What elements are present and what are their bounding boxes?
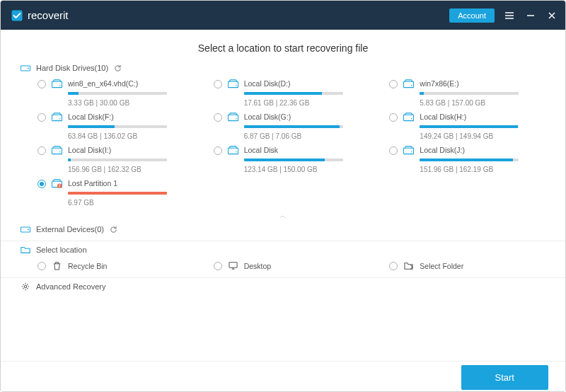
external-hdd-icon <box>21 225 30 234</box>
drive-radio[interactable] <box>214 113 222 122</box>
svg-point-6 <box>236 85 237 86</box>
location-label: Recycle Bin <box>68 262 107 270</box>
drive-radio[interactable] <box>389 80 398 88</box>
main-content: Select a location to start recovering fi… <box>1 30 565 361</box>
svg-rect-25 <box>229 263 237 267</box>
svg-rect-7 <box>404 81 414 87</box>
drive-size: 6.97 GB <box>68 199 194 207</box>
select-location-item[interactable]: Desktop <box>214 261 370 270</box>
drive-name: Lost Partition 1 <box>68 179 194 188</box>
drive-name: Local Disk(F:) <box>68 113 194 121</box>
usage-bar <box>244 92 343 95</box>
disk-icon <box>228 146 238 155</box>
collapse-toggle[interactable]: ︿ <box>21 211 545 221</box>
external-label: External Devices(0) <box>36 225 104 234</box>
usage-bar <box>244 158 343 161</box>
drive-item[interactable]: Local Disk(H:)149.24 GB | 149.94 GB <box>389 113 545 140</box>
page-title: Select a location to start recovering fi… <box>21 42 545 54</box>
drive-size: 156.96 GB | 162.32 GB <box>68 166 194 173</box>
drive-radio[interactable] <box>214 80 222 88</box>
start-button[interactable]: Start <box>461 365 548 390</box>
refresh-icon[interactable] <box>110 226 117 234</box>
svg-rect-15 <box>52 148 62 154</box>
drive-info: Local Disk(H:)149.24 GB | 149.94 GB <box>420 113 545 140</box>
menu-icon[interactable] <box>504 11 514 21</box>
svg-point-10 <box>59 118 61 120</box>
divider <box>1 277 565 278</box>
hard-disk-label: Hard Disk Drives(10) <box>36 64 108 72</box>
drive-info: Local Disk(J:)151.96 GB | 162.19 GB <box>420 146 545 173</box>
drive-item[interactable]: Local Disk(G:)6.87 GB | 7.06 GB <box>214 113 370 140</box>
usage-bar <box>68 192 167 195</box>
disk-icon <box>52 146 62 155</box>
drive-item[interactable]: Lost Partition 16.97 GB <box>37 179 194 207</box>
disk-icon <box>403 146 414 155</box>
usage-bar <box>420 125 519 128</box>
svg-point-26 <box>24 285 26 287</box>
drive-item[interactable]: Local Disk(I:)156.96 GB | 162.32 GB <box>37 146 194 173</box>
location-radio[interactable] <box>214 262 222 270</box>
drive-item[interactable]: Local Disk123.14 GB | 150.00 GB <box>214 146 370 173</box>
drive-info: Local Disk(G:)6.87 GB | 7.06 GB <box>244 113 370 140</box>
drive-info: Local Disk(F:)63.84 GB | 136.02 GB <box>68 113 194 140</box>
svg-rect-17 <box>228 148 238 154</box>
close-icon[interactable] <box>547 11 557 21</box>
drive-info: Local Disk(I:)156.96 GB | 162.32 GB <box>68 146 194 173</box>
account-button[interactable]: Account <box>449 8 495 23</box>
advanced-recovery-header[interactable]: Advanced Recovery <box>21 282 545 291</box>
drive-radio[interactable] <box>37 180 46 188</box>
location-label: Desktop <box>244 262 272 270</box>
drive-info: Local Disk(D:)17.61 GB | 22.36 GB <box>244 79 370 107</box>
advanced-label: Advanced Recovery <box>36 282 105 291</box>
drive-name: Local Disk(G:) <box>244 113 370 121</box>
usage-bar <box>420 158 519 161</box>
location-radio[interactable] <box>389 262 398 270</box>
gear-icon <box>21 282 30 291</box>
footer: Start <box>1 361 565 392</box>
drive-item[interactable]: win8_en_x64.vhd(C:)3.33 GB | 30.00 GB <box>37 79 194 107</box>
drive-radio[interactable] <box>214 146 222 155</box>
disk-icon <box>403 79 414 88</box>
drive-item[interactable]: Local Disk(J:)151.96 GB | 162.19 GB <box>389 146 545 173</box>
drive-radio[interactable] <box>37 113 46 122</box>
drive-size: 149.24 GB | 149.94 GB <box>420 132 545 140</box>
drive-radio[interactable] <box>389 113 398 122</box>
usage-bar <box>420 92 519 95</box>
select-location-label: Select location <box>36 246 87 254</box>
brand-text: recoverit <box>28 9 69 21</box>
drive-radio[interactable] <box>37 146 46 155</box>
disk-icon <box>228 113 238 122</box>
app-logo: recoverit <box>11 9 69 22</box>
location-radio[interactable] <box>37 262 46 270</box>
select-location-item[interactable]: Recycle Bin <box>37 261 194 270</box>
divider <box>1 241 565 241</box>
drive-grid: win8_en_x64.vhd(C:)3.33 GB | 30.00 GBLoc… <box>37 79 545 207</box>
folder-icon <box>21 246 30 254</box>
drive-item[interactable]: win7x86(E:)5.83 GB | 157.00 GB <box>389 79 545 107</box>
drive-name: win8_en_x64.vhd(C:) <box>68 79 194 88</box>
location-label: Select Folder <box>420 262 463 270</box>
svg-rect-13 <box>404 115 414 120</box>
drive-item[interactable]: Local Disk(F:)63.84 GB | 136.02 GB <box>37 113 194 140</box>
drive-radio[interactable] <box>389 146 398 155</box>
usage-bar <box>68 158 167 161</box>
lost-disk-icon <box>52 179 62 188</box>
logo-icon <box>11 9 23 22</box>
drive-name: Local Disk(H:) <box>420 113 545 121</box>
drive-name: Local Disk(I:) <box>68 146 194 154</box>
usage-bar <box>68 125 167 128</box>
drive-info: Local Disk123.14 GB | 150.00 GB <box>244 146 370 173</box>
drive-size: 6.87 GB | 7.06 GB <box>244 132 370 140</box>
disk-icon <box>403 113 414 122</box>
select-folder-icon <box>403 261 414 270</box>
external-section-header: External Devices(0) <box>21 225 545 234</box>
recycle-bin-icon <box>52 261 62 270</box>
drive-radio[interactable] <box>37 80 46 88</box>
svg-point-24 <box>28 229 29 231</box>
drive-size: 3.33 GB | 30.00 GB <box>68 99 194 107</box>
refresh-icon[interactable] <box>114 64 122 72</box>
select-location-item[interactable]: Select Folder <box>389 261 545 270</box>
drive-item[interactable]: Local Disk(D:)17.61 GB | 22.36 GB <box>214 79 370 107</box>
svg-point-8 <box>411 85 412 86</box>
minimize-icon[interactable] <box>526 11 536 21</box>
